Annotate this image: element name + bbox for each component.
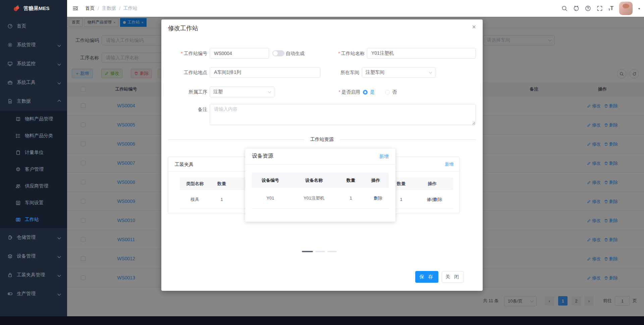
help-icon[interactable] xyxy=(585,5,591,11)
auto-generate-toggle[interactable] xyxy=(272,50,284,56)
chevron-down-icon xyxy=(58,81,61,84)
sidebar-item-label: 生产管理 xyxy=(17,291,58,297)
sidebar-item-label: 仓储管理 xyxy=(17,234,58,240)
breadcrumb-masterdata[interactable]: 主数据 xyxy=(102,5,116,11)
bottom-strip xyxy=(0,316,644,325)
resources-divider-label: 工作站资源 xyxy=(304,137,340,143)
location-label: 工作站地点 xyxy=(161,67,207,78)
auto-generate-label: 自动生成 xyxy=(286,48,309,59)
name-label: *工作站名称 xyxy=(319,48,365,59)
toolbox-icon xyxy=(7,80,13,85)
sidebar-item-home[interactable]: 首页 xyxy=(0,17,67,36)
popup-title: 设备资源 xyxy=(252,153,273,160)
carousel-dash[interactable] xyxy=(315,251,325,252)
toggle-icon xyxy=(7,291,13,296)
brand-berry-icon xyxy=(13,5,20,12)
sidebar-item-label: 系统工具 xyxy=(17,79,58,86)
navbar-actions: тT ▾ xyxy=(561,0,640,17)
avatar[interactable] xyxy=(619,2,633,15)
app-logo[interactable]: 苦糖果MES xyxy=(0,0,67,17)
breadcrumb: 首页 / 主数据 / 工作站 xyxy=(85,0,138,17)
breadcrumb-separator: / xyxy=(98,6,99,11)
chevron-down-icon xyxy=(58,236,61,239)
enabled-no-radio[interactable]: 否 xyxy=(385,89,397,95)
chevron-down-icon xyxy=(58,43,61,47)
sidebar-item-fixture-mgmt[interactable]: 工装夹具管理 xyxy=(0,266,67,284)
popup-table-header: 设备编号 设备名称 数量 操作 xyxy=(252,173,389,188)
right-edit-link[interactable]: 修改 xyxy=(427,198,431,202)
popup-table-row: Y01 Y01注塑机 1 删除 xyxy=(252,188,389,209)
sidebar-item-system-tools[interactable]: 系统工具 xyxy=(0,73,67,92)
lock-icon xyxy=(7,272,13,278)
sidebar-item-label: 首页 xyxy=(17,23,62,29)
code-input[interactable] xyxy=(210,48,269,59)
workshop-select[interactable]: 注塑车间 xyxy=(362,67,435,78)
popup-add-link[interactable]: 新增 xyxy=(379,154,389,160)
sidebar-item-label: 系统管理 xyxy=(17,42,58,48)
sidebar-item-equipment-mgmt[interactable]: 设备管理 xyxy=(0,247,67,266)
jug-icon xyxy=(7,235,13,240)
dialog-title: 修改工作站 xyxy=(168,24,198,32)
workstation-icon xyxy=(15,217,21,222)
sidebar-item-label: 工作站 xyxy=(25,217,62,223)
carousel-dash-active[interactable] xyxy=(302,251,313,252)
book-icon xyxy=(15,116,21,122)
sidebar-item-measure-unit[interactable]: 计量单位 xyxy=(0,144,67,161)
document-icon xyxy=(7,99,13,104)
sidebar-item-workshop-settings[interactable]: 车间设置 xyxy=(0,195,67,211)
remark-textarea[interactable] xyxy=(210,104,476,125)
save-button[interactable]: 保 存 xyxy=(415,271,438,283)
chevron-down-icon xyxy=(58,292,61,295)
workshop-label: 所在车间 xyxy=(313,67,359,78)
breadcrumb-home[interactable]: 首页 xyxy=(85,5,95,11)
sidebar-item-system-mgmt[interactable]: 系统管理 xyxy=(0,36,67,54)
radio-on-icon xyxy=(363,90,368,95)
sidebar-item-label: 物料产品分类 xyxy=(25,133,62,139)
process-select[interactable]: 注塑 xyxy=(210,87,274,97)
chevron-down-icon xyxy=(268,90,271,93)
process-label: 所属工序 xyxy=(161,87,207,97)
supplier-icon xyxy=(15,183,21,189)
remark-label: 备注 xyxy=(161,104,207,115)
carousel-dash[interactable] xyxy=(327,251,337,252)
fullscreen-icon[interactable] xyxy=(597,5,603,11)
sidebar-item-material-product-mgmt[interactable]: 物料产品管理 xyxy=(0,111,67,127)
enabled-yes-radio[interactable]: 是 xyxy=(363,89,375,95)
sidebar-collapse-icon[interactable] xyxy=(72,5,78,11)
search-icon[interactable] xyxy=(561,5,568,11)
name-input[interactable] xyxy=(367,48,476,59)
sidebar-item-customer-mgmt[interactable]: 客户管理 xyxy=(0,161,67,178)
sidebar-item-warehouse-mgmt[interactable]: 仓储管理 xyxy=(0,228,67,247)
dashboard-icon xyxy=(7,23,13,29)
font-size-icon[interactable]: тT xyxy=(608,5,613,11)
chevron-up-icon xyxy=(58,100,61,103)
gear-icon xyxy=(7,42,13,48)
location-input[interactable] xyxy=(210,67,320,78)
sidebar-item-label: 工装夹具管理 xyxy=(17,272,58,278)
right-delete-link[interactable]: 删除 xyxy=(434,198,438,202)
radio-off-icon xyxy=(385,90,390,95)
fixture-panel-title: 工装夹具 xyxy=(175,157,194,172)
close-icon[interactable]: × xyxy=(472,23,476,30)
chevron-down-icon[interactable]: ▾ xyxy=(638,7,640,10)
sidebar-item-master-data[interactable]: 主数据 xyxy=(0,92,67,111)
breadcrumb-separator: / xyxy=(119,6,120,11)
app-title: 苦糖果MES xyxy=(23,5,50,12)
cancel-button[interactable]: 关 闭 xyxy=(442,271,464,283)
sidebar-item-production-mgmt[interactable]: 生产管理 xyxy=(0,284,67,303)
sidebar-item-supplier-mgmt[interactable]: 供应商管理 xyxy=(0,178,67,195)
edit-workstation-dialog: 修改工作站 × *工作站编号 自动生成 *工作站名称 工作站地点 所在车间 注塑… xyxy=(161,19,483,291)
sidebar-item-workstation[interactable]: 工作站 xyxy=(0,211,67,228)
sidebar-item-material-product-category[interactable]: 物料产品分类 xyxy=(0,127,67,144)
popup-delete-link[interactable]: 删除 xyxy=(374,196,378,200)
layers-icon xyxy=(7,254,13,259)
workshop-select-value: 注塑车间 xyxy=(366,69,384,75)
right-panel-add-link[interactable]: 新增 xyxy=(445,157,453,172)
category-icon xyxy=(15,133,21,139)
sidebar-item-label: 主数据 xyxy=(17,98,58,104)
monitor-icon xyxy=(7,61,13,66)
chevron-down-icon xyxy=(58,62,61,65)
sidebar-item-label: 设备管理 xyxy=(17,253,58,259)
github-icon[interactable] xyxy=(573,5,579,11)
sidebar-item-system-monitor[interactable]: 系统监控 xyxy=(0,54,67,73)
